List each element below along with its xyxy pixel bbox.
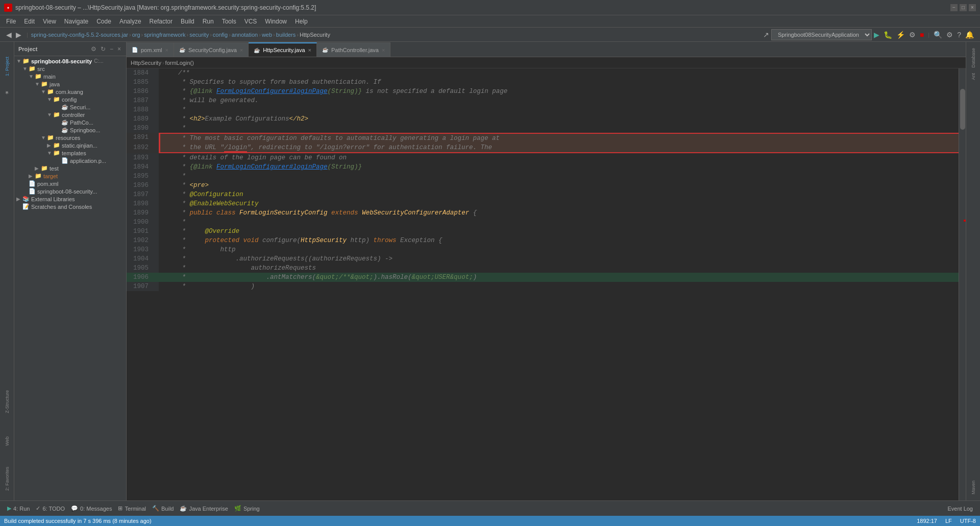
tree-item-config[interactable]: ▼ 📁 config [14,95,126,103]
menu-navigate[interactable]: Navigate [60,17,92,26]
menu-code[interactable]: Code [92,17,115,26]
tree-item-controller[interactable]: ▼ 📁 controller [14,111,126,118]
menu-analyze[interactable]: Analyze [115,17,145,26]
spring-tab-icon: 🌿 [234,505,241,512]
tab-pom-close[interactable]: × [165,47,168,53]
coverage-button[interactable]: ⚡ [894,30,907,40]
status-lf[interactable]: LF [945,518,952,524]
tree-item-pathco[interactable]: ▶ ☕ PathCo... [14,118,126,126]
tree-item-springboo[interactable]: ▶ ☕ Springboo... [14,126,126,134]
tree-item-static[interactable]: ▶ 📁 static.qinjian... [14,141,126,149]
status-encoding[interactable]: UTF-8 [960,518,976,524]
tree-item-target[interactable]: ▶ 📁 target [14,172,126,180]
nav-crumb-web[interactable]: web [262,32,272,38]
help-button[interactable]: ? [955,30,963,40]
event-log-label: Event Log [947,506,973,512]
breadcrumb-forlogin[interactable]: formLogin() [165,60,194,66]
tab-security-config[interactable]: ☕ SecurityConfig.java × [174,42,249,57]
notifications-button[interactable]: 🔔 [963,30,976,40]
tree-item-application[interactable]: ▶ 📄 application.p... [14,157,126,164]
menu-run[interactable]: Run [199,17,218,26]
nav-crumb-annotation[interactable]: annotation [232,32,258,38]
project-close-button[interactable]: × [116,44,122,54]
menu-window[interactable]: Window [261,17,291,26]
sidebar-item-structure[interactable]: Z-Structure [1,381,13,422]
tree-item-com-kuang[interactable]: ▼ 📁 com.kuang [14,88,126,95]
settings-button[interactable]: ⚙ [944,30,955,40]
bottom-tab-messages[interactable]: 💬 0: Messages [68,503,115,514]
tab-security-close[interactable]: × [240,47,243,53]
stop-button[interactable]: ■ [918,30,926,40]
project-sync-button[interactable]: ↻ [100,44,107,54]
tree-item-scratches[interactable]: ▶ 📝 Scratches and Consoles [14,203,126,210]
nav-expand-button[interactable]: ↗ [761,30,771,40]
nav-crumb-builders[interactable]: builders [276,32,296,38]
bottom-tab-run[interactable]: ▶ 4: Run [4,503,33,514]
tree-item-main[interactable]: ▼ 📁 main [14,73,126,80]
bottom-tab-java-enterprise[interactable]: ☕ Java Enterprise [177,503,231,514]
maximize-button[interactable]: □ [960,4,967,11]
close-button[interactable]: × [969,4,976,11]
bottom-tab-todo[interactable]: ✓ 6: TODO [33,503,68,514]
menu-view[interactable]: View [39,17,60,26]
nav-crumb-config[interactable]: config [213,32,228,38]
profile-button[interactable]: ⚙ [907,30,918,40]
build-tab-icon: 🔨 [152,505,159,512]
bottom-tab-terminal[interactable]: ⊞ Terminal [115,503,149,514]
right-icon-ant[interactable]: Ant [970,71,977,82]
nav-forward-button[interactable]: ▶ [14,30,23,40]
tab-httpsecurity[interactable]: ☕ HttpSecurity.java × [249,42,317,57]
tree-item-test[interactable]: ▶ 📁 test [14,164,126,172]
bottom-tab-spring[interactable]: 🌿 Spring [231,503,263,514]
sidebar-item-bookmarks[interactable]: ★ [1,89,13,97]
menu-tools[interactable]: Tools [218,17,240,26]
nav-crumb-jar[interactable]: spring-security-config-5.5.2-sources.jar [31,32,128,38]
tab-pathcontroller[interactable]: ☕ PathController.java × [317,42,390,57]
project-options-button[interactable]: ⚙ [90,44,97,54]
tree-item-springboot-jar[interactable]: ▶ 📄 springboot-08-security... [14,187,126,195]
bottom-tab-build[interactable]: 🔨 Build [149,503,177,514]
code-editor[interactable]: 1884 /** 1885 * Specifies to support for… [127,68,959,500]
tree-item-pom[interactable]: ▶ 📄 pom.xml [14,180,126,187]
tree-item-src[interactable]: ▼ 📁 src [14,65,126,73]
sidebar-item-web[interactable]: Web [1,426,13,457]
sidebar-item-project[interactable]: 1: Project [1,46,13,87]
tab-pom[interactable]: 📄 pom.xml × [127,42,174,57]
menu-vcs[interactable]: VCS [240,17,261,26]
run-button[interactable]: ▶ [872,30,881,40]
tab-path-close[interactable]: × [382,47,385,53]
sidebar-item-favorites[interactable]: 2: Favorites [1,461,13,496]
menu-edit[interactable]: Edit [20,17,39,26]
tree-item-templates[interactable]: ▼ 📁 templates [14,149,126,157]
right-icon-database[interactable]: Database [970,46,977,70]
scrollbar-thumb[interactable] [960,89,965,130]
search-button[interactable]: 🔍 [932,30,944,40]
code-line-1905: 1905 * authorizeRequests [127,264,959,273]
debug-button[interactable]: 🐛 [881,30,894,40]
spring-tab-label: Spring [243,506,260,512]
menu-file[interactable]: File [2,17,20,26]
right-icon-maven[interactable]: Maven [970,479,977,496]
nav-crumb-springframework[interactable]: springframework [144,32,185,38]
scrollbar[interactable] [959,68,966,500]
breadcrumb-httpsecurity[interactable]: HttpSecurity [131,60,161,66]
status-position[interactable]: 1892:17 [917,518,937,524]
menu-help[interactable]: Help [291,17,312,26]
tree-item-java[interactable]: ▼ 📁 java [14,80,126,88]
folder-icon-test: 📁 [41,165,48,172]
nav-crumb-org[interactable]: org [132,32,140,38]
minimize-button[interactable]: − [950,4,958,11]
bottom-tab-event-log[interactable]: Event Log [944,504,976,514]
tree-item-root[interactable]: ▼ 📁 springboot-08-security C:... [14,57,126,65]
tab-httpsecurity-close[interactable]: × [308,47,311,53]
nav-crumb-security[interactable]: security [189,32,209,38]
project-collapse-button[interactable]: − [109,44,114,54]
tree-item-security-config[interactable]: ▶ ☕ Securi... [14,103,126,111]
tree-item-external-libraries[interactable]: ▶ 📚 External Libraries [14,195,126,203]
tree-item-resources[interactable]: ▼ 📁 resources [14,134,126,141]
nav-crumb-httpsecurity[interactable]: HttpSecurity [300,32,330,38]
nav-back-button[interactable]: ◀ [4,30,14,40]
run-config-selector[interactable]: Springboot08SecurityApplication [771,29,872,40]
menu-build[interactable]: Build [177,17,199,26]
menu-refactor[interactable]: Refactor [145,17,177,26]
